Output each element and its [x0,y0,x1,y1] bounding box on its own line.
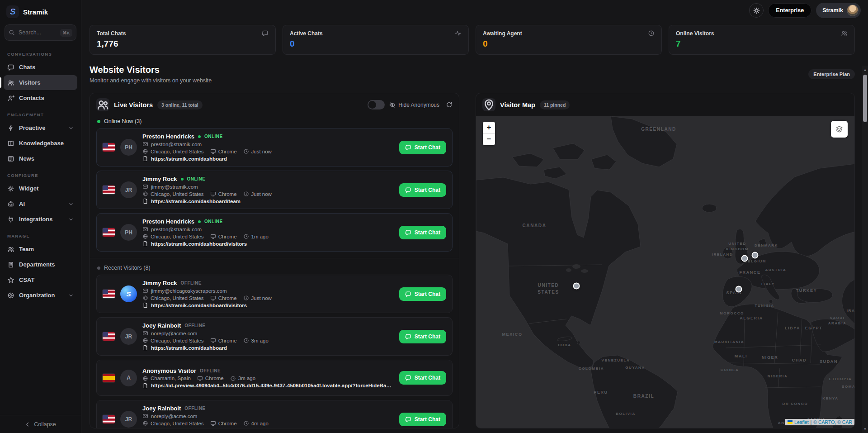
avatar [847,5,859,16]
leaflet-link[interactable]: Leaflet [794,419,809,425]
sidebar-section: CONVERSATIONS Chats Visitors Contacts [4,45,77,105]
visitor-marker-amsterdam[interactable] [752,252,759,259]
account-menu[interactable]: Stramik [816,3,861,18]
zoom-in-button[interactable]: + [483,122,495,133]
sidebar-item-news[interactable]: News [4,151,77,166]
sidebar-item-widget[interactable]: Widget [4,181,77,196]
scrollbar-down-arrow[interactable]: ▼ [862,426,868,432]
visitor-location-group: Chicago, United States [142,338,204,343]
visitor-email-row: noreply@acme.com [142,413,394,419]
monitor-icon [210,295,216,301]
country-flag-icon [103,143,115,152]
visitor-map-header: Visitor Map 11 pinned [476,93,854,116]
sidebar-item-icon [7,95,14,102]
sidebar-item-departments[interactable]: Departments [4,257,77,272]
visitor-url-row: https://stramik.com/dashboard [142,345,394,351]
sidebar-section: ENGAGEMENT Proactive Knowledgebase News [4,106,77,166]
enterprise-button[interactable]: Enterprise [768,3,811,18]
country-flag-icon [103,332,115,341]
collapse-button[interactable]: Collapse [0,415,81,433]
online-visitors-list: PH Preston Hendricks ONLINE preston@stra… [90,128,459,252]
visitor-email-row: preston@stramik.com [142,226,394,232]
visitor-url-row: https://stramik.com/dashboard/visitors [142,302,394,308]
sun-icon [753,7,760,14]
carto-link[interactable]: © CARTO, © CAR [813,419,852,425]
visitor-marker-madrid[interactable] [736,286,742,293]
sidebar-item-team[interactable]: Team [4,242,77,257]
visitor-location: Chicago, United States [151,295,204,301]
clock-icon [243,420,249,426]
sidebar-item-visitors[interactable]: Visitors [4,75,77,90]
sidebar-item-icon [7,185,14,192]
visitor-avatar: PH [120,224,137,241]
visitor-browser-group: Chrome [210,420,237,426]
zoom-out-button[interactable]: − [483,133,495,145]
visitor-avatar: JR [120,411,137,428]
start-chat-button[interactable]: Start Chat [399,413,446,426]
visitor-time-group: Just now [243,295,272,301]
search-box[interactable]: ⌘K [5,24,76,41]
start-chat-button[interactable]: Start Chat [399,287,446,301]
chevron-down-icon [68,217,74,222]
theme-toggle-button[interactable] [749,3,764,18]
chevron-left-icon [25,422,30,427]
map-canvas[interactable]: GREENLANDCANADAUNITED STATESMEXICOCUBAVE… [476,116,854,428]
sidebar-item-label: Organization [19,292,64,299]
visitor-avatar: PH [120,139,137,156]
start-chat-button[interactable]: Start Chat [399,330,446,343]
refresh-icon[interactable] [446,101,453,108]
visitor-marker-london[interactable] [741,255,748,262]
sidebar-item-organization[interactable]: Organization [4,288,77,303]
clock-icon [243,148,249,154]
sidebar-section: MANAGE Team Departments CSAT Organizatio… [4,227,77,303]
stat-label: Awaiting Agent [483,30,522,37]
sidebar-item-icon [7,155,14,162]
sidebar-section: CONFIGURE Widget AI Integrations [4,167,77,227]
chevron-down-icon [68,293,74,298]
map-attribution: Leaflet | © CARTO, © CAR [785,419,854,425]
chat-icon [405,333,411,340]
page-icon [142,198,148,204]
chat-icon [405,375,411,381]
start-chat-button[interactable]: Start Chat [399,371,446,385]
visitor-browser: Chrome [218,295,237,301]
sidebar-item-proactive[interactable]: Proactive [4,120,77,135]
start-chat-button[interactable]: Start Chat [399,226,446,239]
visitor-marker-chicago[interactable] [573,283,580,290]
vertical-scrollbar[interactable]: ▲ ▼ [862,66,868,433]
scrollbar-thumb[interactable] [863,75,867,122]
main-area: Enterprise Stramik Total Chats 1,776 Act… [81,0,868,433]
visitor-name: Joey Rainbolt [142,405,181,412]
sidebar-item-contacts[interactable]: Contacts [4,90,77,105]
visitor-row: PH Preston Hendricks ONLINE preston@stra… [96,128,453,167]
sidebar-item-ai[interactable]: AI [4,196,77,211]
sidebar-item-integrations[interactable]: Integrations [4,212,77,227]
visitor-avatar: A [120,370,137,386]
hide-anonymous-toggle[interactable] [368,100,385,109]
page-head: Website Visitors Monitor and engage with… [90,65,855,84]
visitor-name: Jimmy Rock [142,280,177,286]
search-input[interactable] [19,29,57,36]
visitor-status: ONLINE [204,134,223,139]
visitor-location-group: Chicago, United States [142,295,204,301]
scrollbar-up-arrow[interactable]: ▲ [862,67,868,73]
start-chat-button[interactable]: Start Chat [399,141,446,154]
visitor-status: ONLINE [204,219,223,224]
live-visitors-title: Live Visitors [114,101,153,109]
sidebar-item-knowledgebase[interactable]: Knowledgebase [4,136,77,151]
visitor-count-badge: 3 online, 11 total [157,100,203,109]
sidebar-item-label: Integrations [19,216,64,223]
map-layers-button[interactable] [831,121,848,138]
brand: S Stramik [0,0,81,23]
sidebar-item-csat[interactable]: CSAT [4,272,77,287]
stat-card: Awaiting Agent 0 [476,25,662,55]
recent-dot [97,266,100,270]
visitor-email-row: preston@stramik.com [142,141,394,147]
country-flag-icon [103,186,115,194]
account-name: Stramik [822,7,843,14]
start-chat-button[interactable]: Start Chat [399,183,446,197]
recent-visitors-list: S Jimmy Rock OFFLINE jimmy@chicagoskyscr… [90,275,459,428]
sidebar-item-chats[interactable]: Chats [4,60,77,75]
visitor-url: https://stramik.com/dashboard/visitors [151,303,247,308]
stat-icon [841,30,848,37]
